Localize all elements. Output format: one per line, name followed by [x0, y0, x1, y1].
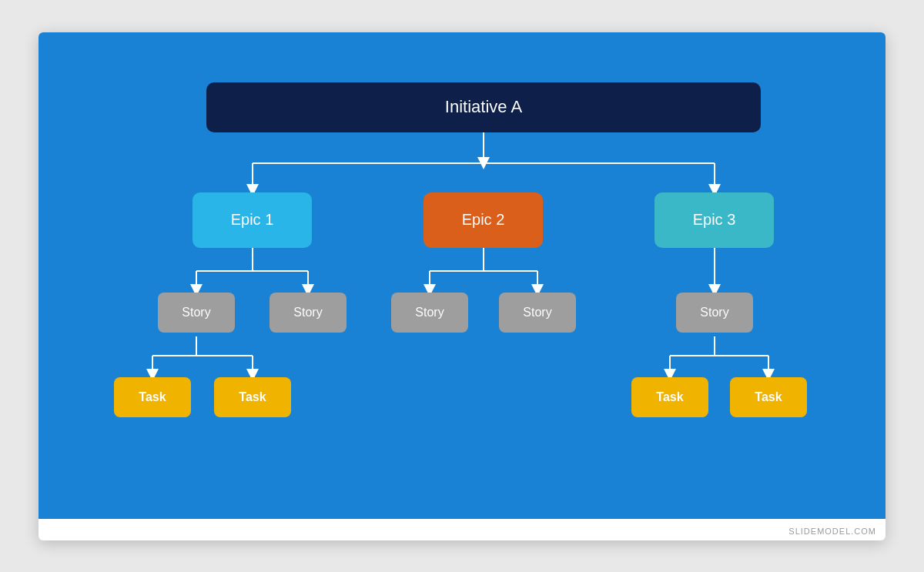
slide-background: Initiative A Epic 1 Epic 2 Epic 3 Story …	[38, 32, 886, 519]
story3-box: Story	[391, 293, 468, 333]
story4-box: Story	[499, 293, 576, 333]
story3-label: Story	[415, 306, 444, 319]
story1-box: Story	[158, 293, 235, 333]
slide-wrapper: Initiative A Epic 1 Epic 2 Epic 3 Story …	[38, 32, 886, 540]
epic2-label: Epic 2	[462, 211, 505, 229]
initiative-box: Initiative A	[206, 82, 761, 132]
task3-box: Task	[631, 377, 708, 417]
story4-label: Story	[523, 306, 551, 319]
story5-label: Story	[700, 306, 728, 319]
task2-label: Task	[239, 390, 266, 404]
epic1-label: Epic 1	[231, 211, 274, 229]
story2-label: Story	[293, 306, 322, 319]
task2-box: Task	[214, 377, 291, 417]
story2-box: Story	[270, 293, 346, 333]
task4-label: Task	[755, 390, 782, 404]
story5-box: Story	[676, 293, 753, 333]
task3-label: Task	[656, 390, 683, 404]
task4-box: Task	[730, 377, 807, 417]
task1-box: Task	[114, 377, 191, 417]
diagram: Initiative A Epic 1 Epic 2 Epic 3 Story …	[62, 63, 862, 503]
epic3-box: Epic 3	[654, 192, 774, 248]
epic3-label: Epic 3	[693, 211, 736, 229]
epic1-box: Epic 1	[192, 192, 312, 248]
epic2-box: Epic 2	[424, 192, 543, 248]
task1-label: Task	[139, 390, 166, 404]
watermark: SLIDEMODEL.COM	[788, 527, 876, 536]
story1-label: Story	[182, 306, 210, 319]
initiative-label: Initiative A	[445, 97, 522, 117]
